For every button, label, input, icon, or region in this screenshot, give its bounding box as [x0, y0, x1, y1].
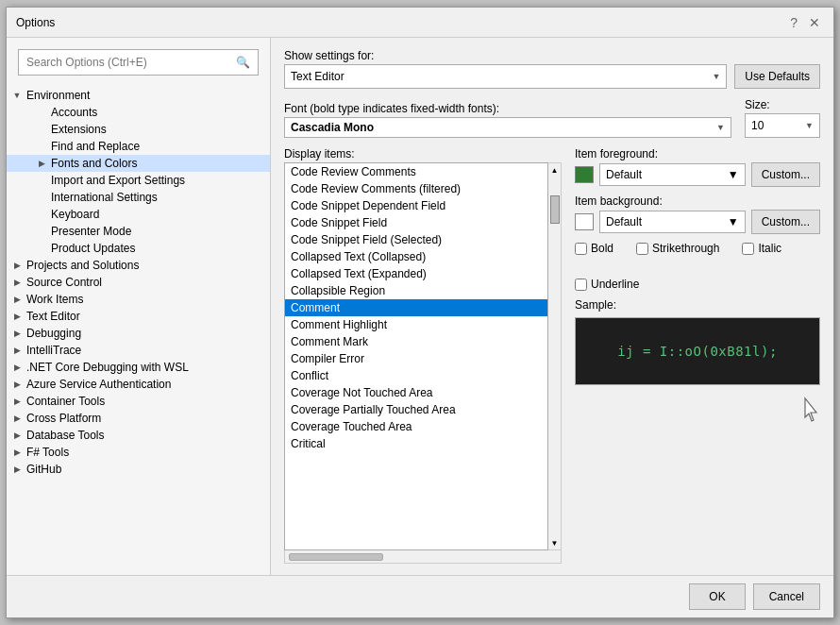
tree-item-label: Container Tools [26, 395, 105, 408]
tree-item-extensions[interactable]: Extensions [7, 121, 270, 138]
tree-item-container-tools[interactable]: ▶Container Tools [7, 393, 270, 410]
list-item-comment[interactable]: Comment [285, 299, 547, 316]
show-settings-row: Show settings for: Text Editor ▼ Use Def… [284, 49, 820, 89]
bg-custom-button[interactable]: Custom... [751, 210, 820, 234]
list-item-code-snippet-field-selected[interactable]: Code Snippet Field (Selected) [285, 231, 547, 248]
scroll-thumb[interactable] [550, 195, 560, 224]
tree-item-environment[interactable]: ▼Environment [7, 87, 270, 104]
tree-item-azure-auth[interactable]: ▶Azure Service Authentication [7, 376, 270, 393]
tree-item-intellitrace[interactable]: ▶IntelliTrace [7, 342, 270, 359]
fg-swatch [575, 166, 594, 183]
font-dropdown[interactable]: Cascadia Mono ▼ [284, 117, 731, 138]
display-items-list[interactable]: Code Review CommentsCode Review Comments… [284, 162, 548, 550]
scroll-down-btn[interactable]: ▼ [548, 536, 561, 549]
fg-section: Item foreground: Default ▼ Custom... [575, 147, 820, 187]
checkboxes-row: Bold Strikethrough Italic Underline [575, 242, 820, 291]
font-label-block: Font (bold type indicates fixed-width fo… [284, 102, 731, 138]
list-item-collapsible-region[interactable]: Collapsible Region [285, 282, 547, 299]
tree-item-projects-solutions[interactable]: ▶Projects and Solutions [7, 257, 270, 274]
title-bar: Options ? ✕ [7, 8, 833, 38]
list-item-critical[interactable]: Critical [285, 435, 547, 452]
tree-item-net-core-debug[interactable]: ▶.NET Core Debugging with WSL [7, 359, 270, 376]
size-dropdown-arrow: ▼ [805, 121, 814, 130]
bg-section: Item background: Default ▼ Custom... [575, 194, 820, 234]
bold-checkbox-label[interactable]: Bold [575, 242, 613, 255]
tree-item-work-items[interactable]: ▶Work Items [7, 291, 270, 308]
list-item-code-review-comments-filtered[interactable]: Code Review Comments (filtered) [285, 180, 547, 197]
search-input[interactable] [26, 56, 236, 69]
tree-item-source-control[interactable]: ▶Source Control [7, 274, 270, 291]
list-item-collapsed-text-expanded[interactable]: Collapsed Text (Expanded) [285, 265, 547, 282]
list-item-coverage-not-touched[interactable]: Coverage Not Touched Area [285, 384, 547, 401]
tree-item-database-tools[interactable]: ▶Database Tools [7, 427, 270, 444]
close-button[interactable]: ✕ [805, 15, 824, 30]
list-item-code-review-comments[interactable]: Code Review Comments [285, 163, 547, 180]
list-item-comment-highlight[interactable]: Comment Highlight [285, 316, 547, 333]
scroll-up-btn[interactable]: ▲ [548, 163, 561, 177]
expand-icon: ▶ [10, 327, 24, 340]
tree-item-label: Keyboard [51, 208, 99, 221]
ok-button[interactable]: OK [689, 583, 745, 610]
help-button[interactable]: ? [786, 15, 801, 30]
tree-item-label: Projects and Solutions [26, 259, 139, 272]
underline-checkbox[interactable] [575, 279, 587, 291]
font-dropdown-arrow: ▼ [716, 123, 725, 132]
tree-item-keyboard[interactable]: Keyboard [7, 206, 270, 223]
strikethrough-checkbox-label[interactable]: Strikethrough [636, 242, 719, 255]
tree-item-text-editor[interactable]: ▶Text Editor [7, 308, 270, 325]
bg-dropdown[interactable]: Default ▼ [599, 211, 746, 233]
options-dialog: Options ? ✕ 🔍 ▼EnvironmentAccountsExtens… [6, 7, 834, 618]
tree-item-product-updates[interactable]: Product Updates [7, 240, 270, 257]
tree-item-github[interactable]: ▶GitHub [7, 461, 270, 478]
sample-box: ij = I::oO(0xB81l); [575, 317, 820, 385]
list-item-comment-mark[interactable]: Comment Mark [285, 333, 547, 350]
tree-item-import-export[interactable]: Import and Export Settings [7, 172, 270, 189]
tree-item-fonts-and-colors[interactable]: ▶Fonts and Colors [7, 155, 270, 172]
expand-icon: ▶ [35, 157, 48, 170]
list-item-coverage-partially-touched[interactable]: Coverage Partially Touched Area [285, 401, 547, 418]
expand-icon: ▶ [10, 310, 24, 323]
use-defaults-button[interactable]: Use Defaults [734, 64, 820, 89]
cancel-button[interactable]: Cancel [753, 583, 820, 610]
tree-item-label: Source Control [26, 276, 102, 289]
expand-icon: ▶ [10, 463, 24, 476]
expand-icon [35, 242, 48, 255]
list-item-compiler-error[interactable]: Compiler Error [285, 350, 547, 367]
strikethrough-checkbox[interactable] [636, 243, 648, 255]
expand-icon: ▶ [10, 344, 24, 357]
fg-custom-button[interactable]: Custom... [751, 162, 820, 187]
scroll-track [548, 177, 561, 536]
tree-item-label: Presenter Mode [51, 225, 131, 238]
tree-item-label: Cross Platform [26, 412, 101, 425]
vertical-scrollbar[interactable]: ▲ ▼ [548, 162, 562, 550]
tree-item-presenter-mode[interactable]: Presenter Mode [7, 223, 270, 240]
size-dropdown[interactable]: 10 ▼ [745, 113, 820, 138]
fg-bg-section: Item foreground: Default ▼ Custom... [575, 147, 820, 234]
expand-icon: ▶ [10, 378, 24, 391]
list-item-collapsed-text-collapsed[interactable]: Collapsed Text (Collapsed) [285, 248, 547, 265]
tree-item-accounts[interactable]: Accounts [7, 104, 270, 121]
bold-checkbox[interactable] [575, 243, 587, 255]
bg-swatch [575, 213, 594, 230]
tree-item-label: Product Updates [51, 242, 135, 255]
tree-item-find-and-replace[interactable]: Find and Replace [7, 138, 270, 155]
expand-icon [35, 174, 48, 187]
list-item-conflict[interactable]: Conflict [285, 367, 547, 384]
list-item-coverage-touched[interactable]: Coverage Touched Area [285, 418, 547, 435]
italic-checkbox[interactable] [742, 243, 754, 255]
tree-item-cross-platform[interactable]: ▶Cross Platform [7, 410, 270, 427]
horizontal-scrollbar[interactable] [289, 553, 383, 561]
list-item-code-snippet-dependent-field[interactable]: Code Snippet Dependent Field [285, 197, 547, 214]
tree-item-label: Extensions [51, 123, 107, 136]
underline-checkbox-label[interactable]: Underline [575, 278, 639, 291]
fg-dropdown[interactable]: Default ▼ [599, 163, 746, 186]
svg-marker-0 [805, 398, 816, 421]
expand-icon [35, 140, 48, 153]
tree-item-label: F# Tools [26, 446, 69, 459]
show-settings-dropdown[interactable]: Text Editor ▼ [284, 64, 727, 89]
tree-item-fsharp-tools[interactable]: ▶F# Tools [7, 444, 270, 461]
tree-item-debugging[interactable]: ▶Debugging [7, 325, 270, 342]
list-item-code-snippet-field[interactable]: Code Snippet Field [285, 214, 547, 231]
italic-checkbox-label[interactable]: Italic [742, 242, 781, 255]
tree-item-international-settings[interactable]: International Settings [7, 189, 270, 206]
